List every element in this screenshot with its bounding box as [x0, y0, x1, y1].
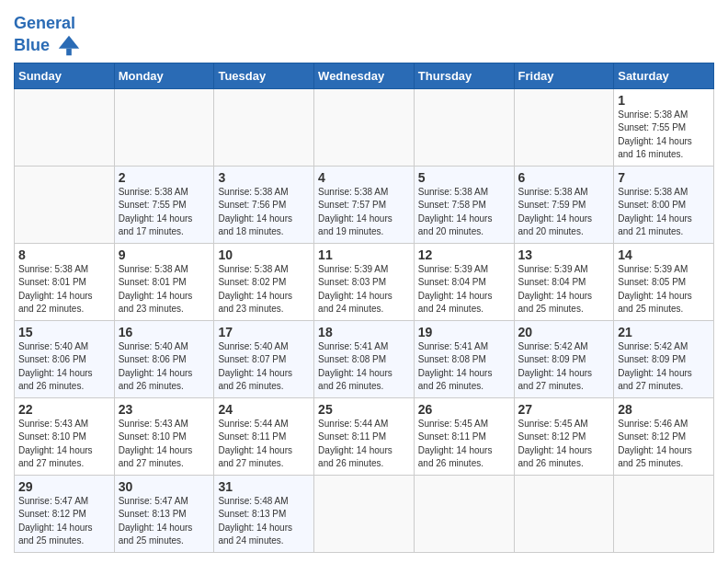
day-info: Sunrise: 5:38 AMSunset: 8:02 PMDaylight:… [218, 263, 310, 316]
calendar-week-5: 22Sunrise: 5:43 AMSunset: 8:10 PMDayligh… [15, 397, 714, 475]
day-number: 4 [318, 170, 410, 185]
day-number: 20 [518, 325, 610, 339]
day-number: 14 [618, 247, 710, 262]
day-info: Sunrise: 5:46 AMSunset: 8:12 PMDaylight:… [618, 418, 710, 471]
day-number: 9 [119, 247, 210, 262]
day-info: Sunrise: 5:41 AMSunset: 8:08 PMDaylight:… [318, 340, 410, 394]
day-number: 24 [218, 402, 310, 417]
header-monday: Monday [114, 63, 214, 88]
day-20: 20Sunrise: 5:42 AMSunset: 8:09 PMDayligh… [514, 320, 614, 397]
logo: General Blue [14, 15, 82, 59]
day-info: Sunrise: 5:43 AMSunset: 8:10 PMDaylight:… [119, 418, 210, 471]
day-number: 21 [618, 325, 710, 339]
day-21: 21Sunrise: 5:42 AMSunset: 8:09 PMDayligh… [614, 320, 714, 397]
day-info: Sunrise: 5:40 AMSunset: 8:07 PMDaylight:… [218, 340, 310, 394]
day-5: 5Sunrise: 5:38 AMSunset: 7:58 PMDaylight… [414, 166, 514, 243]
empty-cell [314, 475, 415, 552]
day-info: Sunrise: 5:45 AMSunset: 8:12 PMDaylight:… [518, 418, 610, 471]
day-4: 4Sunrise: 5:38 AMSunset: 7:57 PMDaylight… [314, 166, 415, 243]
empty-cell [514, 475, 614, 552]
day-number: 15 [18, 325, 110, 339]
page-header: General Blue [14, 9, 714, 59]
header-sunday: Sunday [15, 63, 115, 88]
day-info: Sunrise: 5:44 AMSunset: 8:11 PMDaylight:… [218, 418, 310, 471]
svg-marker-0 [59, 36, 79, 49]
day-info: Sunrise: 5:41 AMSunset: 8:08 PMDaylight:… [418, 340, 510, 394]
day-number: 22 [18, 402, 110, 417]
day-info: Sunrise: 5:39 AMSunset: 8:03 PMDaylight:… [318, 263, 410, 316]
day-16: 16Sunrise: 5:40 AMSunset: 8:06 PMDayligh… [114, 320, 214, 397]
day-7: 7Sunrise: 5:38 AMSunset: 8:00 PMDaylight… [614, 166, 714, 243]
day-info: Sunrise: 5:45 AMSunset: 8:11 PMDaylight:… [418, 418, 510, 471]
day-10: 10Sunrise: 5:38 AMSunset: 8:02 PMDayligh… [214, 243, 314, 320]
day-info: Sunrise: 5:48 AMSunset: 8:13 PMDaylight:… [218, 495, 310, 548]
header-saturday: Saturday [614, 63, 714, 88]
header-tuesday: Tuesday [214, 63, 314, 88]
header-thursday: Thursday [414, 63, 514, 88]
day-number: 17 [218, 325, 310, 339]
day-info: Sunrise: 5:43 AMSunset: 8:10 PMDaylight:… [18, 418, 110, 471]
day-9: 9Sunrise: 5:38 AMSunset: 8:01 PMDaylight… [114, 243, 214, 320]
day-number: 16 [119, 325, 210, 339]
day-info: Sunrise: 5:42 AMSunset: 8:09 PMDaylight:… [518, 340, 610, 394]
day-27: 27Sunrise: 5:45 AMSunset: 8:12 PMDayligh… [514, 397, 614, 475]
day-number: 30 [119, 479, 210, 494]
logo-text-2: Blue [14, 33, 82, 59]
empty-cell [414, 88, 514, 166]
day-number: 5 [418, 170, 510, 185]
day-number: 29 [18, 479, 110, 494]
day-number: 1 [618, 93, 710, 108]
calendar-week-2: 2Sunrise: 5:38 AMSunset: 7:55 PMDaylight… [15, 166, 714, 243]
day-8: 8Sunrise: 5:38 AMSunset: 8:01 PMDaylight… [15, 243, 115, 320]
calendar-week-3: 8Sunrise: 5:38 AMSunset: 8:01 PMDaylight… [15, 243, 714, 320]
day-info: Sunrise: 5:38 AMSunset: 8:00 PMDaylight:… [618, 186, 710, 239]
empty-cell [114, 88, 214, 166]
calendar-week-4: 15Sunrise: 5:40 AMSunset: 8:06 PMDayligh… [15, 320, 714, 397]
day-19: 19Sunrise: 5:41 AMSunset: 8:08 PMDayligh… [414, 320, 514, 397]
header-wednesday: Wednesday [314, 63, 415, 88]
empty-cell [214, 88, 314, 166]
day-info: Sunrise: 5:38 AMSunset: 7:57 PMDaylight:… [318, 186, 410, 239]
day-number: 28 [618, 402, 710, 417]
day-number: 8 [18, 247, 110, 262]
day-number: 10 [218, 247, 310, 262]
svg-rect-1 [66, 49, 72, 55]
day-info: Sunrise: 5:38 AMSunset: 7:55 PMDaylight:… [119, 186, 210, 239]
calendar-week-1: 1Sunrise: 5:38 AMSunset: 7:55 PMDaylight… [15, 88, 714, 166]
day-30: 30Sunrise: 5:47 AMSunset: 8:13 PMDayligh… [114, 475, 214, 552]
day-number: 11 [318, 247, 410, 262]
day-info: Sunrise: 5:40 AMSunset: 8:06 PMDaylight:… [119, 340, 210, 394]
calendar-week-6: 29Sunrise: 5:47 AMSunset: 8:12 PMDayligh… [15, 475, 714, 552]
day-29: 29Sunrise: 5:47 AMSunset: 8:12 PMDayligh… [15, 475, 115, 552]
day-3: 3Sunrise: 5:38 AMSunset: 7:56 PMDaylight… [214, 166, 314, 243]
header-row: SundayMondayTuesdayWednesdayThursdayFrid… [15, 63, 714, 88]
day-24: 24Sunrise: 5:44 AMSunset: 8:11 PMDayligh… [214, 397, 314, 475]
day-info: Sunrise: 5:42 AMSunset: 8:09 PMDaylight:… [618, 340, 710, 394]
day-info: Sunrise: 5:38 AMSunset: 7:55 PMDaylight:… [618, 109, 710, 162]
day-number: 6 [518, 170, 610, 185]
day-1: 1Sunrise: 5:38 AMSunset: 7:55 PMDaylight… [614, 88, 714, 166]
day-number: 18 [318, 325, 410, 339]
day-number: 12 [418, 247, 510, 262]
day-info: Sunrise: 5:38 AMSunset: 7:59 PMDaylight:… [518, 186, 610, 239]
day-22: 22Sunrise: 5:43 AMSunset: 8:10 PMDayligh… [15, 397, 115, 475]
day-28: 28Sunrise: 5:46 AMSunset: 8:12 PMDayligh… [614, 397, 714, 475]
day-15: 15Sunrise: 5:40 AMSunset: 8:06 PMDayligh… [15, 320, 115, 397]
day-14: 14Sunrise: 5:39 AMSunset: 8:05 PMDayligh… [614, 243, 714, 320]
day-number: 7 [618, 170, 710, 185]
day-number: 26 [418, 402, 510, 417]
day-info: Sunrise: 5:47 AMSunset: 8:12 PMDaylight:… [18, 495, 110, 548]
logo-text: General [14, 15, 82, 33]
day-number: 2 [119, 170, 210, 185]
day-info: Sunrise: 5:44 AMSunset: 8:11 PMDaylight:… [318, 418, 410, 471]
day-info: Sunrise: 5:40 AMSunset: 8:06 PMDaylight:… [18, 340, 110, 394]
day-31: 31Sunrise: 5:48 AMSunset: 8:13 PMDayligh… [214, 475, 314, 552]
day-number: 23 [119, 402, 210, 417]
day-number: 13 [518, 247, 610, 262]
day-6: 6Sunrise: 5:38 AMSunset: 7:59 PMDaylight… [514, 166, 614, 243]
empty-cell [15, 88, 115, 166]
day-23: 23Sunrise: 5:43 AMSunset: 8:10 PMDayligh… [114, 397, 214, 475]
day-13: 13Sunrise: 5:39 AMSunset: 8:04 PMDayligh… [514, 243, 614, 320]
empty-cell [15, 166, 115, 243]
day-number: 19 [418, 325, 510, 339]
